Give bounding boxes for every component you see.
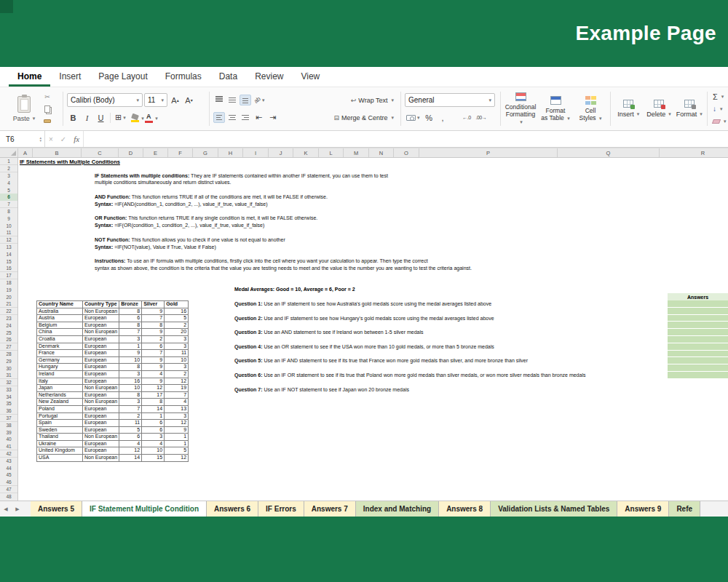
row-header-44[interactable]: 44: [0, 464, 17, 471]
insert-cells-button[interactable]: Insert▾: [614, 90, 643, 128]
column-header-Q[interactable]: Q: [558, 148, 660, 157]
row-header-23[interactable]: 23: [0, 315, 17, 322]
row-header-3[interactable]: 3: [0, 172, 17, 180]
ribbon-tab-data[interactable]: Data: [210, 68, 246, 87]
row-header-11[interactable]: 11: [0, 229, 17, 236]
answer-cell[interactable]: [668, 357, 728, 364]
row-header-43[interactable]: 43: [0, 457, 17, 464]
align-right-button[interactable]: [240, 112, 251, 123]
percent-style-button[interactable]: %: [423, 111, 435, 124]
orientation-button[interactable]: ab▾: [253, 94, 266, 107]
sheet-tab-refe[interactable]: Refe: [669, 501, 700, 517]
cut-button[interactable]: ✂: [41, 91, 54, 102]
column-header-P[interactable]: P: [419, 148, 558, 157]
answer-cell[interactable]: [668, 315, 728, 322]
sheet-tab-answers-5[interactable]: Answers 5: [31, 501, 82, 517]
row-header-41[interactable]: 41: [0, 443, 17, 450]
row-header-27[interactable]: 27: [0, 343, 17, 351]
row-header-37[interactable]: 37: [0, 415, 17, 422]
sheet-nav-right[interactable]: ▶: [12, 501, 23, 517]
column-header-A[interactable]: A: [18, 148, 33, 157]
italic-button[interactable]: I: [81, 111, 93, 124]
align-center-button[interactable]: [226, 112, 238, 123]
answer-cell[interactable]: [668, 343, 728, 350]
sheet-tab-if-statement-multiple-condition[interactable]: IF Statement Multiple Condition: [82, 501, 207, 517]
number-format-select[interactable]: General▾: [405, 93, 495, 107]
column-header-F[interactable]: F: [168, 148, 193, 157]
ribbon-tab-insert[interactable]: Insert: [50, 68, 90, 87]
row-header-4[interactable]: 4: [0, 179, 17, 186]
column-header-E[interactable]: E: [143, 148, 168, 157]
column-header-K[interactable]: K: [293, 148, 319, 157]
row-header-17[interactable]: 17: [0, 272, 17, 279]
row-header-8[interactable]: 8: [0, 208, 17, 215]
name-box-spinner[interactable]: ▴▾: [39, 136, 41, 142]
row-header-21[interactable]: 21: [0, 300, 17, 308]
increase-indent-button[interactable]: ⇥: [266, 111, 279, 124]
row-header-25[interactable]: 25: [0, 329, 17, 336]
row-header-45[interactable]: 45: [0, 471, 17, 479]
column-header-R[interactable]: R: [660, 148, 728, 157]
ribbon-tab-review[interactable]: Review: [246, 68, 292, 87]
sheet-tab-validation-lists-named-tables[interactable]: Validation Lists & Named Tables: [491, 501, 617, 517]
row-header-48[interactable]: 48: [0, 493, 17, 500]
row-header-33[interactable]: 33: [0, 386, 17, 394]
row-header-18[interactable]: 18: [0, 279, 17, 287]
row-header-38[interactable]: 38: [0, 421, 17, 428]
row-header-31[interactable]: 31: [0, 372, 17, 379]
row-header-2[interactable]: 2: [0, 165, 17, 172]
row-header-19[interactable]: 19: [0, 286, 17, 293]
select-all-corner[interactable]: [0, 148, 18, 157]
column-header-C[interactable]: C: [82, 148, 119, 157]
row-header-24[interactable]: 24: [0, 322, 17, 329]
answer-cell[interactable]: [668, 336, 728, 343]
column-header-I[interactable]: I: [243, 148, 269, 157]
decrease-indent-button[interactable]: ⇤: [253, 111, 265, 124]
row-header-39[interactable]: 39: [0, 428, 17, 436]
row-header-30[interactable]: 30: [0, 364, 17, 372]
align-middle-button[interactable]: [226, 95, 238, 105]
row-header-36[interactable]: 36: [0, 407, 17, 415]
answer-cell[interactable]: [668, 322, 728, 328]
paste-button[interactable]: Paste▾: [10, 90, 38, 128]
bold-button[interactable]: B: [67, 111, 79, 124]
formula-input[interactable]: [83, 131, 728, 147]
column-header-M[interactable]: M: [344, 148, 369, 157]
merge-centre-button[interactable]: ⊟Merge & Centre▾: [331, 111, 397, 124]
row-header-26[interactable]: 26: [0, 336, 17, 343]
sheet-tab-index-and-matching[interactable]: Index and Matching: [356, 501, 439, 517]
row-header-32[interactable]: 32: [0, 379, 17, 386]
row-header-35[interactable]: 35: [0, 400, 17, 407]
align-bottom-button[interactable]: [240, 95, 251, 105]
row-header-34[interactable]: 34: [0, 393, 17, 400]
copy-button[interactable]: [41, 103, 54, 114]
row-header-5[interactable]: 5: [0, 186, 17, 194]
insert-function-icon[interactable]: fx: [70, 135, 83, 143]
wrap-text-button[interactable]: ↩Wrap Text▾: [348, 94, 397, 107]
sheet-tab-if-errors[interactable]: IF Errors: [258, 501, 304, 517]
ribbon-tab-formulas[interactable]: Formulas: [157, 68, 210, 87]
autosum-button[interactable]: Σ▾: [711, 91, 724, 102]
column-header-N[interactable]: N: [369, 148, 394, 157]
row-header-20[interactable]: 20: [0, 293, 17, 300]
comma-style-button[interactable]: ,: [437, 111, 449, 124]
format-as-table-button[interactable]: Formatas Table ▾: [539, 90, 571, 128]
worksheet[interactable]: 1234567891011121314151617181920212223242…: [0, 158, 728, 501]
answer-cell[interactable]: [668, 372, 728, 378]
align-left-button[interactable]: [213, 112, 225, 123]
row-header-6[interactable]: 6: [0, 194, 17, 201]
fill-color-button[interactable]: ▾: [129, 111, 141, 124]
decrease-decimal-button[interactable]: .00→: [475, 111, 488, 124]
sheet-tab-answers-9[interactable]: Answers 9: [617, 501, 669, 517]
row-header-16[interactable]: 16: [0, 265, 17, 272]
decrease-font-button[interactable]: A▾: [183, 94, 195, 107]
font-name-select[interactable]: Calibri (Body)▾: [67, 93, 143, 107]
row-header-7[interactable]: 7: [0, 201, 17, 208]
name-box[interactable]: T6 ▴▾: [0, 131, 45, 147]
column-header-G[interactable]: G: [193, 148, 218, 157]
fill-button[interactable]: ↓▾: [711, 103, 723, 114]
row-header-42[interactable]: 42: [0, 450, 17, 458]
row-header-10[interactable]: 10: [0, 222, 17, 229]
sheet-tab-answers-8[interactable]: Answers 8: [439, 501, 491, 517]
underline-button[interactable]: U: [95, 111, 107, 124]
